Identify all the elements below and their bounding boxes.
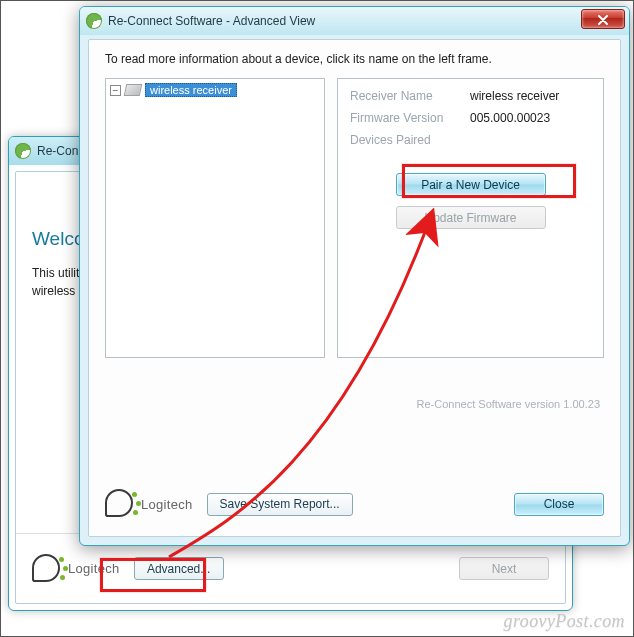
advanced-button[interactable]: Advanced...: [134, 557, 224, 580]
close-button[interactable]: Close: [514, 493, 604, 516]
value-receiver-name: wireless receiver: [470, 89, 591, 103]
logitech-logo-icon: [32, 554, 62, 584]
brand-text-back: Logitech: [68, 561, 120, 576]
brand-text-front: Logitech: [141, 497, 193, 512]
footer-front: Logitech Save System Report... Close: [89, 472, 620, 536]
device-tree-pane[interactable]: − wireless receiver: [105, 78, 325, 358]
app-icon: [86, 13, 102, 29]
watermark-text: groovyPost.com: [504, 611, 625, 632]
close-icon: [597, 15, 609, 25]
action-button-stack: Pair a New Device Update Firmware: [350, 173, 591, 229]
label-devices-paired: Devices Paired: [350, 133, 470, 147]
titlebar-front[interactable]: Re-Connect Software - Advanced View: [80, 7, 629, 35]
label-firmware: Firmware Version: [350, 111, 470, 125]
pair-new-device-button[interactable]: Pair a New Device: [396, 173, 546, 196]
update-firmware-button: Update Firmware: [396, 206, 546, 229]
client-area-front: To read more information about a device,…: [88, 39, 621, 537]
next-button: Next: [459, 557, 549, 580]
logitech-logo-icon: [105, 489, 135, 519]
tree-collapse-icon[interactable]: −: [110, 85, 121, 96]
device-detail-pane: Receiver Name wireless receiver Firmware…: [337, 78, 604, 358]
screenshot-stage: Re-Conn Welco This utility wireless d Lo…: [0, 0, 634, 637]
brand-block-back: Logitech: [32, 554, 120, 584]
app-icon: [15, 143, 31, 159]
panes-container: − wireless receiver Receiver Name wirele…: [105, 78, 604, 358]
window-reconnect-advanced: Re-Connect Software - Advanced View To r…: [79, 6, 630, 546]
info-grid: Receiver Name wireless receiver Firmware…: [350, 89, 591, 147]
receiver-icon: [124, 84, 143, 96]
window-title-front: Re-Connect Software - Advanced View: [108, 14, 315, 28]
window-title-back: Re-Conn: [37, 144, 85, 158]
value-firmware: 005.000.00023: [470, 111, 591, 125]
tree-row-root[interactable]: − wireless receiver: [110, 83, 320, 97]
save-system-report-button[interactable]: Save System Report...: [207, 493, 353, 516]
version-text: Re-Connect Software version 1.00.23: [105, 398, 604, 410]
instruction-text: To read more information about a device,…: [105, 52, 604, 66]
window-close-button[interactable]: [581, 9, 625, 29]
brand-block-front: Logitech: [105, 489, 193, 519]
label-receiver-name: Receiver Name: [350, 89, 470, 103]
tree-item-receiver[interactable]: wireless receiver: [145, 83, 237, 97]
